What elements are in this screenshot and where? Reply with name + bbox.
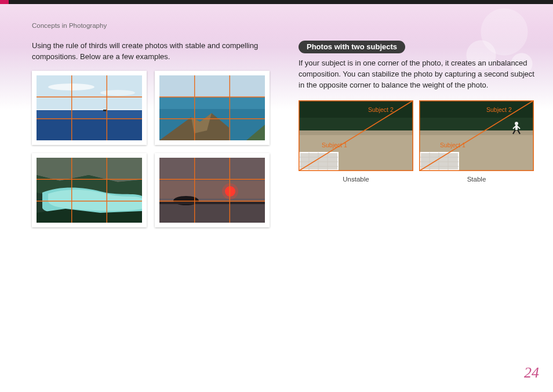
right-column: Photos with two subjects If your subject… [299, 41, 542, 369]
example-photo-3 [32, 153, 147, 227]
svg-line-53 [299, 100, 413, 171]
example-photo-1 [32, 71, 147, 145]
subject1-label: Subject 1 [440, 141, 465, 148]
diagonal-overlay-icon: Subject 1 Subject 2 [419, 100, 534, 171]
example-photo-2 [155, 71, 270, 145]
top-bar [0, 0, 553, 4]
rule-of-thirds-grid-icon [37, 75, 142, 140]
left-column: Using the rule of thirds will create pho… [32, 41, 275, 369]
top-bar-accent [0, 0, 9, 4]
comparison-pair: Subject 1 Subject 2 Unstable [299, 100, 542, 183]
svg-line-73 [419, 100, 534, 171]
rule-of-thirds-grid-icon [37, 158, 142, 223]
comparison-unstable: Subject 1 Subject 2 Unstable [299, 100, 413, 183]
subject2-label: Subject 2 [368, 106, 394, 113]
comparison-stable: Subject 1 Subject 2 Stable [419, 100, 534, 183]
breadcrumb: Concepts in Photography [32, 22, 107, 29]
page-number: 24 [524, 364, 539, 382]
examples-grid [32, 71, 275, 227]
caption-stable: Stable [419, 176, 534, 183]
rule-of-thirds-grid-icon [159, 75, 265, 140]
subject1-label: Subject 1 [322, 141, 347, 148]
section-body-text: If your subject is in one corner of the … [299, 58, 542, 91]
intro-text: Using the rule of thirds will create pho… [32, 41, 275, 63]
caption-unstable: Unstable [299, 176, 413, 183]
example-photo-4 [155, 153, 270, 227]
section-heading-pill: Photos with two subjects [299, 41, 405, 53]
diagonal-overlay-icon: Subject 1 Subject 2 [299, 100, 413, 171]
subject2-label: Subject 2 [486, 106, 512, 113]
rule-of-thirds-grid-icon [159, 158, 265, 223]
